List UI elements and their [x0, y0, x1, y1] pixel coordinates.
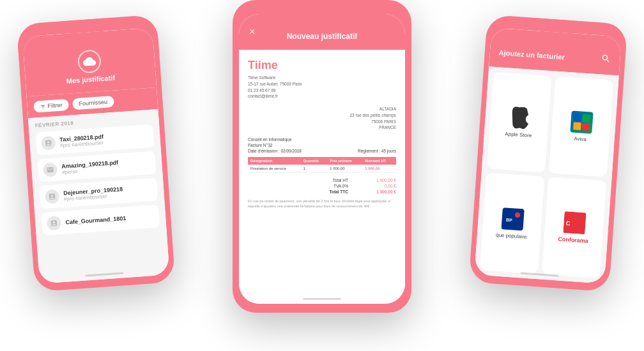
list-item[interactable]: Taxi_280218.pdf #pro #arembourser: [36, 124, 155, 156]
side-button-right: [160, 65, 165, 91]
svg-rect-1: [573, 114, 581, 122]
side-button-right: [622, 75, 627, 101]
apple-logo: [508, 107, 531, 130]
left-header: Mes justificatif: [22, 27, 157, 96]
center-notch: [293, 0, 351, 14]
supplier-button[interactable]: Fournisseu: [72, 96, 114, 110]
invoice-footer-note: En cas de retard de paiement, une pénali…: [248, 199, 396, 209]
center-header: × Nouveau justificatif: [239, 14, 405, 50]
invoice-to: ALTADIA 23 rue des petits champs 75006 P…: [248, 106, 396, 131]
col-price: Prix unitaire: [327, 157, 362, 165]
col-designation: Désignation: [248, 157, 301, 165]
bottom-bar: [303, 298, 341, 300]
conforama-logo: C: [563, 211, 586, 234]
vendor-aviva[interactable]: Aviva: [549, 77, 613, 177]
vendor-banquepop[interactable]: BP que populaire: [480, 172, 544, 274]
invoice-address: Tiime Software 15-17 rue Auber, 75009 Pa…: [248, 75, 396, 100]
vendors-grid: Apple Store Aviva: [474, 66, 618, 283]
center-phone: × Nouveau justificatif Tiime Tiime Softw…: [233, 0, 411, 313]
left-body: FÉVRIER 2018 Taxi_280218.pdf #pro #aremb…: [28, 109, 170, 284]
svg-rect-2: [582, 114, 590, 123]
list-item[interactable]: Cafe_Gourmand_1801: [41, 204, 160, 235]
left-header-title: Mes justificatif: [34, 71, 147, 87]
side-button-left-3: [477, 101, 480, 119]
receipt-icon: [47, 216, 61, 230]
filter-button[interactable]: Filtrer: [33, 99, 69, 113]
conforama-label: Conforama: [558, 235, 588, 244]
close-icon[interactable]: ×: [249, 26, 255, 38]
side-button-left-1: [480, 59, 484, 73]
center-screen: × Nouveau justificatif Tiime Tiime Softw…: [239, 14, 405, 304]
col-total: Montant HT: [362, 157, 396, 165]
receipt-info: Dejeuner_pro_190218 #pro #arembourser: [63, 186, 123, 202]
svg-rect-4: [581, 123, 590, 131]
receipt-icon: [41, 135, 56, 150]
side-button-left-3: [19, 111, 23, 129]
side-button-left-1: [17, 69, 20, 83]
banquepop-logo: BP: [501, 207, 524, 230]
invoice-body: Tiime Tiime Software 15-17 rue Auber, 75…: [239, 50, 405, 304]
center-title: Nouveau justificatif: [287, 32, 358, 41]
vendor-conforama[interactable]: C Conforama: [542, 177, 606, 278]
aviva-label: Aviva: [574, 136, 586, 142]
apple-store-label: Apple Store: [505, 131, 532, 138]
svg-text:BP: BP: [505, 217, 512, 222]
aviva-logo: [570, 110, 593, 133]
receipt-icon: [45, 189, 59, 204]
side-button-left-2: [18, 88, 22, 106]
right-phone: Ajoutez un facturier Apple Store: [469, 15, 628, 292]
receipt-info: Cafe_Gourmand_1801: [65, 215, 126, 226]
left-phone: Mes justificatif Filtrer Fournisseu FÉVR…: [17, 15, 176, 292]
receipt-info: Taxi_280218.pdf #pro #arembourser: [59, 133, 104, 149]
table-row: Prestation de service 1 1 000,00 1 000,0…: [248, 165, 396, 173]
right-header-title: Ajoutez un facturier: [498, 49, 565, 61]
invoice-meta: Conseil en informatique Facture N°32 Dat…: [248, 137, 396, 153]
invoice-brand: Tiime: [248, 59, 396, 72]
svg-rect-3: [573, 122, 581, 130]
list-item[interactable]: Amazing_190218.pdf #perso: [37, 151, 156, 183]
invoice-totals: Total HT1 000,00 € TVA 0%0,00 € Total TT…: [248, 178, 396, 194]
svg-text:C: C: [565, 220, 571, 227]
col-quantity: Quantité: [301, 157, 328, 165]
receipt-info: Amazing_190218.pdf #perso: [61, 159, 119, 175]
invoice-table: Désignation Quantité Prix unitaire Monta…: [248, 157, 396, 173]
banquepop-label: que populaire: [496, 232, 527, 239]
cloud-icon: [77, 49, 102, 73]
receipt-icon: [43, 162, 57, 177]
search-icon[interactable]: [601, 53, 611, 66]
right-screen: Ajoutez un facturier Apple Store: [474, 27, 622, 283]
side-button-left-2: [479, 78, 482, 96]
left-screen: Mes justificatif Filtrer Fournisseu FÉVR…: [22, 27, 170, 283]
list-item[interactable]: Dejeuner_pro_190218 #pro #arembourser: [39, 177, 158, 209]
vendor-apple[interactable]: Apple Store: [487, 72, 551, 173]
